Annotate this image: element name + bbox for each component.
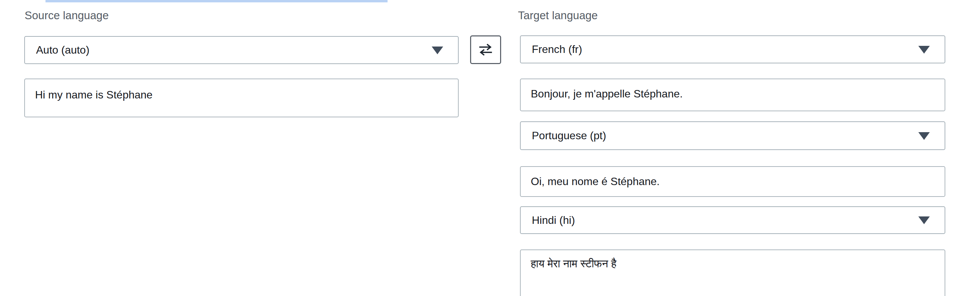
caret-down-icon: [918, 46, 930, 54]
translate-console-panel: Source language Auto (auto) Hi my name i…: [0, 0, 980, 296]
target-language-label: Target language: [518, 9, 598, 22]
target-language-select-portuguese[interactable]: Portuguese (pt): [520, 121, 945, 150]
source-language-select[interactable]: Auto (auto): [24, 36, 459, 64]
target-translation-output-portuguese[interactable]: Oi, meu nome é Stéphane.: [520, 166, 945, 197]
swap-arrows-icon: [477, 43, 494, 57]
target-language-selected-value: Portuguese (pt): [532, 129, 606, 142]
caret-down-icon: [432, 46, 443, 54]
top-highlight-strip: [46, 0, 388, 2]
source-text-input[interactable]: Hi my name is Stéphane: [24, 78, 459, 117]
source-language-label: Source language: [25, 9, 109, 22]
target-language-selected-value: Hindi (hi): [532, 214, 575, 226]
target-language-select-hindi[interactable]: Hindi (hi): [520, 206, 945, 234]
target-translation-output-hindi[interactable]: हाय मेरा नाम स्टीफन है: [520, 250, 945, 296]
target-language-selected-value: French (fr): [532, 43, 582, 56]
caret-down-icon: [918, 216, 930, 224]
swap-languages-button[interactable]: [470, 35, 501, 64]
target-translation-output-french[interactable]: Bonjour, je m'appelle Stéphane.: [520, 78, 945, 111]
caret-down-icon: [918, 132, 930, 140]
source-language-selected-value: Auto (auto): [36, 44, 89, 56]
target-language-select-french[interactable]: French (fr): [520, 35, 945, 64]
